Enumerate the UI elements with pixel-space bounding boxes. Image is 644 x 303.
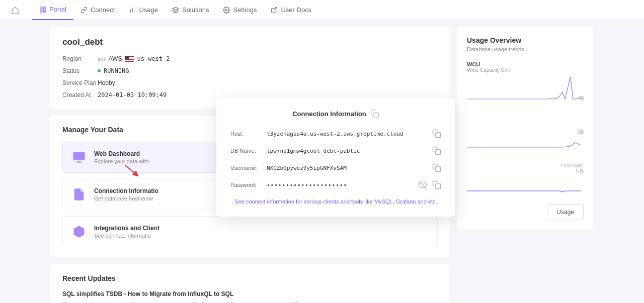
plan-value: Hobby: [98, 79, 115, 86]
svg-point-8: [226, 9, 228, 11]
svg-line-9: [274, 7, 277, 10]
copy-icon[interactable]: [432, 129, 441, 138]
nav-user-docs[interactable]: User Docs: [264, 0, 318, 20]
provider-value: AWS: [109, 55, 122, 62]
nav-label: Solutions: [182, 6, 209, 14]
svg-rect-10: [73, 152, 85, 160]
item-title: Integrations and Client: [94, 225, 159, 232]
host-label: Host:: [230, 131, 267, 137]
svg-rect-2: [40, 10, 42, 12]
svg-rect-19: [436, 184, 441, 189]
db-label: DB Name:: [230, 148, 267, 154]
top-nav: Portal Connect Usage Solutions Settings …: [0, 0, 644, 20]
chart-axis-label: 40: [578, 95, 584, 101]
usage-title: Usage Overview: [467, 36, 584, 44]
eye-off-icon[interactable]: [418, 180, 427, 189]
instance-card: cool_debt Region aws AWS us-west-2 Statu…: [50, 27, 450, 109]
user-label: Username:: [230, 165, 267, 171]
copy-all-icon[interactable]: [370, 109, 379, 118]
host-value: t3yzenagas4a.us-west-2.aws.greptime.clou…: [267, 131, 432, 137]
nav-solutions[interactable]: Solutions: [165, 0, 216, 20]
integrations-item[interactable]: Integrations and Client See connect info…: [62, 216, 438, 247]
copy-icon[interactable]: [432, 163, 441, 172]
document-icon: [71, 186, 87, 203]
item-desc: Explore your data with: [94, 158, 149, 164]
svg-rect-14: [374, 113, 379, 118]
nav-label: User Docs: [281, 6, 311, 14]
metric-wcu-sub: Write Capacity Unit: [467, 67, 584, 73]
status-label: Status: [62, 67, 98, 74]
pass-label: Password:: [230, 182, 267, 188]
nav-label: Portal: [49, 6, 66, 13]
item-desc: Get database hostname: [94, 195, 158, 201]
pass-value: •••••••••••••••••••••: [267, 182, 418, 188]
usage-card: Usage Overview Database usage trends WCU…: [457, 27, 594, 229]
nav-settings[interactable]: Settings: [216, 0, 264, 20]
layers-icon: [172, 7, 179, 14]
link-icon: [80, 7, 88, 14]
svg-rect-17: [436, 167, 441, 172]
db-value: lpw7na1gmw4gcool_debt-public: [267, 148, 432, 154]
connection-info-popover: Connection Information Host: t3yzenagas4…: [216, 98, 455, 217]
created-value: 2024-01-03 10:09:49: [98, 91, 167, 98]
wcu-chart: 40: [467, 76, 584, 101]
bar-chart-icon: [129, 7, 136, 14]
view-usage-button[interactable]: Usage: [547, 204, 584, 220]
nav-portal[interactable]: Portal: [32, 0, 73, 20]
storage-chart: 1 G: [467, 169, 584, 194]
svg-rect-0: [40, 7, 42, 9]
gear-icon: [223, 7, 230, 14]
update-item-desc: This article introduced the differences …: [62, 300, 304, 303]
region-label: Region: [62, 55, 98, 62]
nav-label: Connect: [91, 6, 115, 14]
status-value: RUNNING: [104, 67, 129, 74]
svg-rect-1: [43, 7, 45, 9]
user-value: NXOZb0pywez9y5LpGNFXvSAM: [267, 165, 432, 171]
external-link-icon: [271, 7, 278, 14]
status-dot-icon: [98, 69, 101, 72]
copy-icon[interactable]: [432, 146, 441, 155]
grid-icon: [39, 6, 46, 13]
chart-2: 20: [467, 126, 584, 151]
monitor-icon: [71, 149, 87, 165]
chart-axis-label: 1 G: [576, 169, 584, 174]
svg-rect-11: [76, 161, 81, 162]
region-value: us-west-2: [137, 55, 170, 62]
copy-icon[interactable]: [432, 180, 441, 189]
item-desc: See connect informatio: [94, 233, 159, 239]
home-icon[interactable]: [8, 3, 22, 17]
svg-marker-7: [173, 7, 179, 10]
svg-rect-3: [43, 10, 45, 12]
item-title: Web Dashboard: [94, 150, 149, 157]
svg-rect-16: [436, 150, 441, 155]
nav-usage[interactable]: Usage: [122, 0, 165, 20]
metric-wcu-title: WCU: [467, 61, 584, 67]
nav-connect[interactable]: Connect: [73, 0, 122, 20]
popover-title: Connection Information: [292, 110, 366, 118]
nav-label: Settings: [233, 6, 257, 14]
connect-clients-link[interactable]: See connect information for various clie…: [230, 198, 441, 205]
created-label: Created At: [62, 91, 98, 98]
update-item-title: SQL simplifies TSDB - How to Migrate fro…: [62, 290, 423, 297]
chart-axis-label: 20: [578, 129, 584, 135]
storage-text-partial: t storage.: [560, 162, 584, 168]
updates-title: Recent Updates: [62, 274, 438, 282]
plan-label: Service Plan: [62, 79, 98, 86]
svg-rect-15: [436, 133, 441, 138]
usage-subtitle: Database usage trends: [467, 46, 584, 52]
instance-name: cool_debt: [62, 37, 438, 47]
nav-label: Usage: [139, 6, 158, 14]
item-title: Connection Informatio: [94, 187, 158, 194]
updates-card: Recent Updates SQL simplifies TSDB - How…: [50, 264, 450, 303]
us-flag-icon: [125, 56, 134, 62]
box-icon: [71, 224, 87, 240]
aws-icon: aws: [98, 56, 106, 62]
